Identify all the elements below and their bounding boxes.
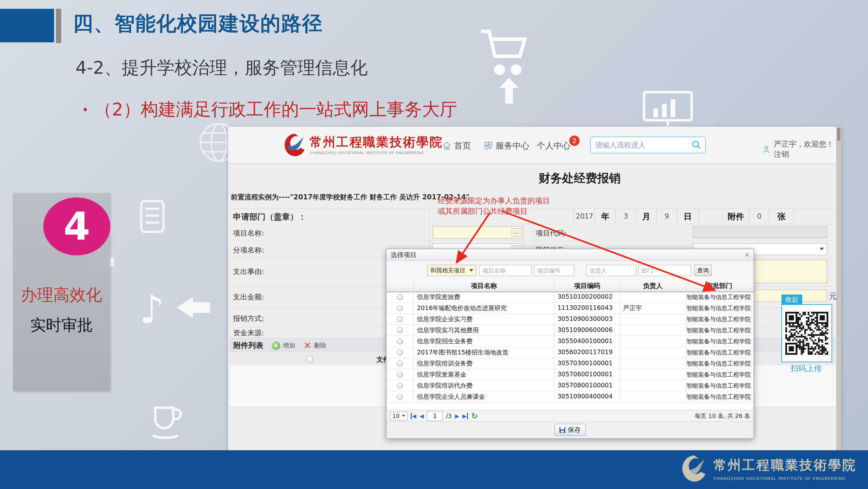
attach-count: 0 — [749, 209, 769, 224]
page-number-input[interactable] — [427, 411, 443, 421]
filter-project-name-input[interactable] — [479, 265, 532, 276]
user-icon — [762, 144, 771, 154]
next-page-button[interactable]: ▶ — [455, 413, 459, 419]
slide: ♪ 四、智能化校园建设的路径 4-2、提升学校治理，服务管理信息化 • （2）构… — [0, 0, 868, 489]
grid-icon — [484, 141, 493, 150]
cell-project-name: 信息学院招生业务费 — [417, 337, 552, 346]
page-size-dropdown[interactable]: 10 — [390, 412, 407, 420]
method-label: 报销方式: — [233, 314, 264, 323]
add-attachment-button[interactable]: + 增加 — [272, 341, 295, 350]
cell-project-name: 2016年输配电价改动态进展研究 — [417, 304, 552, 312]
cell-project-name: 信息学院培训代办费 — [417, 381, 552, 390]
filter-dept-input[interactable] — [639, 265, 691, 276]
project-picker-button[interactable]: … — [512, 228, 522, 237]
chevron-down-icon — [402, 415, 405, 417]
step-number: 4 — [63, 207, 90, 246]
chart-monitor-icon — [642, 91, 694, 130]
nav-service-center[interactable]: 服务中心 — [484, 139, 529, 152]
slide-subtitle: 4-2、提升学校治理，服务管理信息化 — [75, 56, 368, 80]
project-code-input[interactable] — [693, 226, 827, 238]
cell-project-code: 30570600100001 — [558, 370, 619, 378]
row-radio[interactable] — [397, 339, 403, 344]
table-row: 信息学院实习其他费用 30510900600006 智能装备与信息工程学院 — [386, 325, 753, 336]
prev-page-button[interactable]: ◀ — [420, 413, 424, 419]
scope-dropdown[interactable]: 和我相关项目 — [427, 265, 476, 276]
step-number-circle: 4 — [43, 197, 110, 255]
row-radio[interactable] — [397, 350, 403, 355]
search-input[interactable] — [591, 141, 691, 149]
row-radio[interactable] — [397, 294, 403, 300]
row-radio[interactable] — [397, 361, 403, 367]
row-radio[interactable] — [397, 305, 403, 311]
delete-icon: ✕ — [304, 340, 311, 351]
coffee-cup-icon — [150, 399, 183, 441]
date-day-unit: 日 — [677, 209, 699, 224]
attachment-list-label: 附件列表 — [234, 340, 263, 350]
dialog-table-body: 信息学院差旅费 30510100200002 智能装备与信息工程学院 2016年… — [386, 292, 753, 402]
last-page-button[interactable]: ▶ — [463, 413, 468, 419]
footer-logo-name: 常州工程職業技術學院 — [713, 456, 857, 474]
row-radio[interactable] — [397, 372, 403, 378]
nav-home[interactable]: 首页 — [442, 139, 471, 152]
refresh-icon[interactable]: ↻ — [471, 411, 478, 421]
title-accent-bar — [56, 9, 61, 43]
attach-label: 附件 — [722, 209, 749, 224]
first-page-button[interactable]: ◀ — [411, 413, 416, 419]
page-total: /3 — [446, 412, 452, 419]
music-note-icon: ♪ — [139, 287, 164, 332]
project-name-input[interactable]: … — [433, 226, 524, 239]
scrollbar[interactable] — [836, 127, 841, 452]
nav-home-label: 首页 — [454, 140, 471, 151]
cell-project-code: 30560200117019 — [558, 348, 619, 355]
qr-code — [785, 312, 828, 355]
save-button[interactable]: 保存 — [555, 424, 586, 436]
row-radio[interactable] — [397, 327, 403, 333]
cell-project-name: 信息学院实习其他费用 — [417, 326, 552, 335]
slide-bullet-line: • （2）构建满足行政工作的一站式网上事务大厅 — [82, 98, 457, 121]
cell-owner: 严正宇 — [623, 304, 685, 312]
cell-project-name: 信息学院企业实习费 — [417, 315, 552, 323]
webapp-screenshot: 常州工程職業技術學院 CHANGZHOU VOCATIONAL INSTITUT… — [228, 126, 841, 452]
query-button[interactable]: 查询 — [694, 265, 711, 276]
row-radio[interactable] — [397, 394, 403, 400]
qr-collapse-tab[interactable]: 收起 — [781, 294, 802, 304]
red-annotation: 经费来源限定为办事人负责的项目 或其所属部门公共经费项目 — [438, 196, 550, 216]
cell-project-name: 信息学院差旅费 — [417, 293, 552, 301]
col-approve-dept: 审批部门 — [686, 282, 753, 290]
dialog-footer: 保存 — [386, 422, 753, 438]
scrollbar-thumb[interactable] — [837, 128, 840, 141]
cell-project-name: 信息学院发展基金 — [417, 370, 552, 379]
cell-project-code: 30510100200002 — [558, 293, 619, 300]
page-size-value: 10 — [392, 412, 400, 419]
table-row: 2016年输配电价改动态进展研究 11130200116043 严正宇 智能装备… — [386, 303, 753, 314]
slide-bullet-text: （2）构建满足行政工作的一站式网上事务大厅 — [94, 98, 457, 121]
cell-approve-dept: 智能装备与信息工程学院 — [686, 393, 753, 401]
filter-owner-input[interactable] — [587, 265, 636, 276]
amount-label: 支出金额: — [233, 292, 264, 302]
delete-attachment-button[interactable]: ✕ 删除 — [304, 340, 326, 351]
col-project-code: 项目编码 — [554, 282, 620, 290]
title-accent-square — [0, 9, 54, 42]
select-all-checkbox[interactable] — [306, 356, 313, 362]
row-radio[interactable] — [397, 383, 403, 389]
table-row: 信息学院培训业务费 30570300100001 智能装备与信息工程学院 — [386, 358, 753, 369]
pre-process-text: 前置流程实例为----"2017年度学校财务工作 财务工作 吴访升 2017-0… — [231, 193, 469, 202]
project-code-label: 项目代码: — [536, 228, 567, 238]
left-arrow-icon — [177, 297, 193, 318]
cell-project-code: 11130200116043 — [558, 304, 619, 311]
user-info[interactable]: 严正宇，欢迎您！注销 — [762, 139, 841, 159]
table-row: 信息学院培训代办费 30570800100001 智能装备与信息工程学院 — [386, 380, 753, 391]
footer-logo-icon — [680, 454, 708, 484]
notification-badge[interactable]: 2 — [569, 136, 580, 146]
close-icon[interactable]: ✕ — [745, 252, 749, 258]
amount-unit: 元 — [829, 291, 837, 301]
nav-personal-center[interactable]: 个人中心 2 — [537, 139, 570, 152]
up-arrow-icon — [499, 78, 519, 104]
filter-project-code-input[interactable] — [534, 265, 574, 276]
qr-code-panel — [781, 304, 832, 362]
cell-project-name: 信息学院企业人员兼课金 — [417, 393, 552, 401]
row-radio[interactable] — [397, 316, 403, 322]
qr-caption[interactable]: 扫码上传 — [781, 363, 831, 374]
search-icon[interactable] — [691, 140, 701, 150]
table-row: 2017年图书馆15楼招生场地改造 30560200117019 智能装备与信息… — [386, 347, 753, 358]
